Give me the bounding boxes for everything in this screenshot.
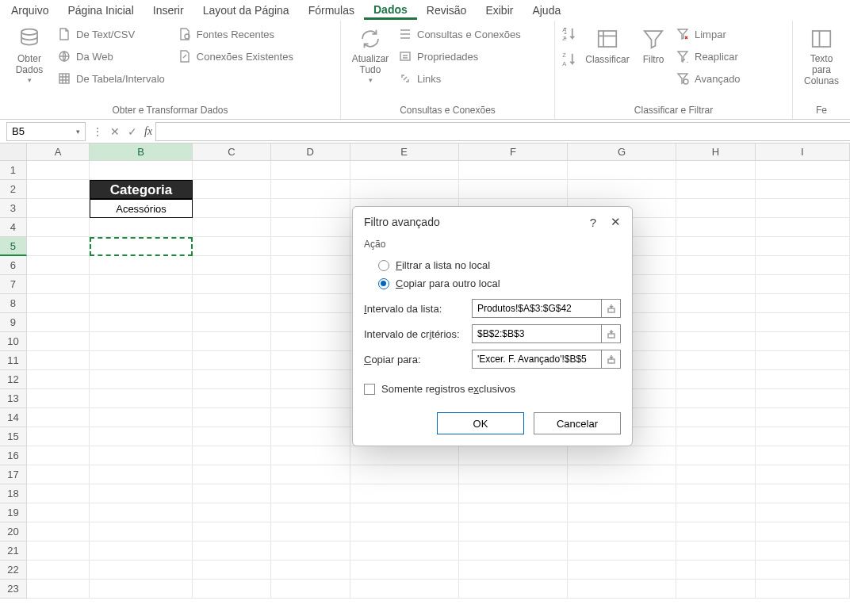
cell-C15[interactable] <box>193 427 271 446</box>
cell-E22[interactable] <box>350 561 459 580</box>
cell-H8[interactable] <box>676 294 755 313</box>
cell-G16[interactable] <box>568 446 676 465</box>
cell-A8[interactable] <box>27 294 90 313</box>
cell-D11[interactable] <box>271 351 350 370</box>
name-box[interactable]: B5 ▾ <box>6 122 86 141</box>
cell-C17[interactable] <box>193 465 271 484</box>
cell-D20[interactable] <box>271 522 350 541</box>
cell-B2[interactable]: Categoria <box>90 180 192 199</box>
cell-D13[interactable] <box>271 389 350 408</box>
cell-C14[interactable] <box>193 408 271 427</box>
cell-I23[interactable] <box>756 580 850 599</box>
cell-A12[interactable] <box>27 370 90 389</box>
cell-I7[interactable] <box>756 275 850 294</box>
range-picker-button[interactable] <box>602 299 621 318</box>
cell-A10[interactable] <box>27 332 90 351</box>
radio-copy-other[interactable]: Copiar para outro local <box>364 274 621 293</box>
cell-A11[interactable] <box>27 351 90 370</box>
list-range-input[interactable] <box>472 299 602 318</box>
properties-button[interactable]: Propriedades <box>398 48 521 65</box>
row-header-2[interactable]: 2 <box>0 180 27 199</box>
row-header-19[interactable]: 19 <box>0 503 27 522</box>
row-header-9[interactable]: 9 <box>0 313 27 332</box>
queries-connections-button[interactable]: Consultas e Conexões <box>398 25 521 43</box>
cell-C7[interactable] <box>193 275 271 294</box>
menu-página-inicial[interactable]: Página Inicial <box>58 1 143 20</box>
edit-links-button[interactable]: Links <box>398 70 521 87</box>
cell-G20[interactable] <box>568 522 676 541</box>
cell-D18[interactable] <box>271 484 350 503</box>
cell-A13[interactable] <box>27 389 90 408</box>
cell-H18[interactable] <box>676 484 755 503</box>
cell-F19[interactable] <box>459 503 568 522</box>
cell-A14[interactable] <box>27 408 90 427</box>
cell-E20[interactable] <box>350 522 459 541</box>
cell-E17[interactable] <box>350 465 459 484</box>
cell-C18[interactable] <box>193 484 271 503</box>
cell-D6[interactable] <box>271 256 350 275</box>
cell-A9[interactable] <box>27 313 90 332</box>
cell-E18[interactable] <box>350 484 459 503</box>
cell-B3[interactable]: Acessórios <box>90 199 192 218</box>
cell-D16[interactable] <box>271 446 350 465</box>
formula-input[interactable] <box>155 122 850 141</box>
cell-I1[interactable] <box>756 161 850 180</box>
row-header-20[interactable]: 20 <box>0 522 27 541</box>
sort-desc-icon[interactable]: ZA <box>561 51 579 68</box>
cell-F22[interactable] <box>459 561 568 580</box>
from-table-button[interactable]: De Tabela/Intervalo <box>57 70 165 87</box>
cell-I10[interactable] <box>756 332 850 351</box>
cell-H11[interactable] <box>676 351 755 370</box>
cell-B16[interactable] <box>90 446 192 465</box>
cell-D10[interactable] <box>271 332 350 351</box>
advanced-filter-button[interactable]: Avançado <box>676 70 741 87</box>
col-header-C[interactable]: C <box>193 143 271 160</box>
cell-G1[interactable] <box>568 161 676 180</box>
cell-G18[interactable] <box>568 484 676 503</box>
cell-E19[interactable] <box>350 503 459 522</box>
row-header-17[interactable]: 17 <box>0 465 27 484</box>
cell-A16[interactable] <box>27 446 90 465</box>
cell-D15[interactable] <box>271 427 350 446</box>
cell-H23[interactable] <box>676 580 755 599</box>
radio-filter-inplace[interactable]: Filtrar a lista no local <box>364 256 621 274</box>
cell-H4[interactable] <box>676 218 755 237</box>
cell-A4[interactable] <box>27 218 90 237</box>
row-header-21[interactable]: 21 <box>0 541 27 561</box>
sort-button[interactable]: Classificar <box>584 25 631 65</box>
cell-D14[interactable] <box>271 408 350 427</box>
row-header-12[interactable]: 12 <box>0 370 27 389</box>
cell-F20[interactable] <box>459 522 568 541</box>
menu-exibir[interactable]: Exibir <box>476 1 523 20</box>
cell-E16[interactable] <box>350 446 459 465</box>
cell-D8[interactable] <box>271 294 350 313</box>
cell-D22[interactable] <box>271 561 350 580</box>
cell-D1[interactable] <box>271 161 350 180</box>
cell-I11[interactable] <box>756 351 850 370</box>
cell-B20[interactable] <box>90 522 192 541</box>
cell-C8[interactable] <box>193 294 271 313</box>
cell-A20[interactable] <box>27 522 90 541</box>
from-text-csv-button[interactable]: De Text/CSV <box>57 25 165 43</box>
criteria-range-input[interactable] <box>472 324 602 343</box>
cell-I20[interactable] <box>756 522 850 541</box>
menu-layout-da-página[interactable]: Layout da Página <box>193 1 299 20</box>
cell-H5[interactable] <box>676 237 755 256</box>
cell-I3[interactable] <box>756 199 850 218</box>
cell-B23[interactable] <box>90 580 192 599</box>
formula-cancel-button[interactable]: ✕ <box>106 123 124 140</box>
menu-inserir[interactable]: Inserir <box>144 1 193 20</box>
row-header-7[interactable]: 7 <box>0 275 27 294</box>
existing-connections-button[interactable]: Conexões Existentes <box>178 48 293 65</box>
cell-C1[interactable] <box>193 161 271 180</box>
cell-I12[interactable] <box>756 370 850 389</box>
col-header-E[interactable]: E <box>350 143 459 160</box>
col-header-B[interactable]: B <box>90 143 192 160</box>
col-header-F[interactable]: F <box>459 143 568 160</box>
formula-confirm-button[interactable]: ✓ <box>124 123 141 140</box>
row-header-22[interactable]: 22 <box>0 561 27 580</box>
cell-B7[interactable] <box>90 275 192 294</box>
from-web-button[interactable]: Da Web <box>57 48 165 65</box>
refresh-all-button[interactable]: Atualizar Tudo ▾ <box>347 25 393 84</box>
cell-C9[interactable] <box>193 313 271 332</box>
